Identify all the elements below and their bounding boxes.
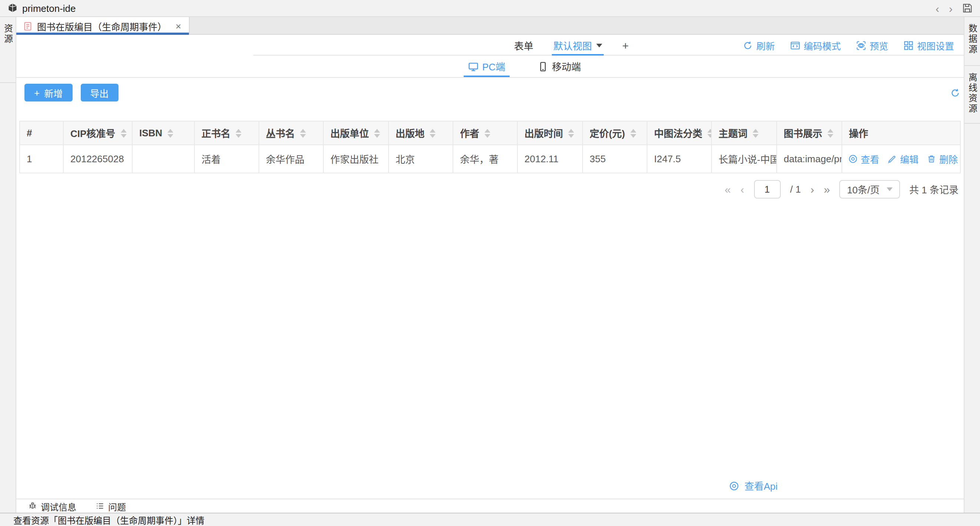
page-size-value: 10条/页 [847, 182, 880, 196]
table-header-row: # CIP核准号 ISBN 正书名 丛书名 出版单位 出版地 作者 出版时间 定… [20, 121, 960, 145]
editor-tab-bar: 图书在版编目（生命周期事件） × [16, 17, 964, 35]
column-label: 出版单位 [330, 126, 369, 140]
code-mode-button[interactable]: 编码模式 [791, 38, 841, 52]
app-logo-icon [7, 3, 18, 13]
page-input[interactable] [754, 180, 780, 199]
tab-mobile[interactable]: 移动端 [538, 56, 581, 77]
add-button[interactable]: + 新增 [24, 84, 72, 102]
edit-icon [888, 154, 897, 164]
view-api-label: 查看Api [745, 478, 778, 493]
sidebar-item-resources[interactable]: 资源 [0, 17, 16, 83]
tab-default-view[interactable]: 默认视图 [553, 35, 602, 56]
datasource-label: 数据源 [966, 24, 978, 65]
column-label: 作者 [460, 126, 479, 140]
column-header-isbn[interactable]: ISBN [132, 121, 194, 145]
table-cell: 作家出版社 [323, 145, 388, 173]
column-header-price[interactable]: 定价(元) [582, 121, 647, 145]
column-header-index: # [20, 121, 63, 145]
edit-link[interactable]: 编辑 [888, 152, 918, 166]
left-rail: 资源 [0, 17, 16, 513]
sort-carets-icon[interactable] [752, 129, 759, 137]
sort-carets-icon[interactable] [707, 129, 711, 137]
column-label: 正书名 [202, 126, 231, 140]
code-mode-icon [791, 40, 800, 50]
sort-carets-icon[interactable] [300, 129, 306, 137]
prev-page-icon[interactable]: ‹ [740, 184, 744, 195]
sort-carets-icon[interactable] [630, 129, 636, 137]
table-refresh-icon[interactable] [950, 88, 960, 97]
table-cell: 1 [20, 145, 63, 173]
forward-icon[interactable]: › [949, 3, 953, 14]
tab-pc[interactable]: PC端 [468, 56, 505, 77]
save-icon[interactable] [962, 3, 973, 13]
chevron-down-icon[interactable] [596, 43, 602, 47]
first-page-icon[interactable]: « [725, 184, 731, 195]
column-header-title[interactable]: 正书名 [194, 121, 259, 145]
column-header-image[interactable]: 图书展示 [777, 121, 842, 145]
plus-icon: + [34, 88, 40, 97]
resources-label: 资源 [2, 24, 14, 82]
editor-tab-title: 图书在版编目（生命周期事件） [37, 19, 167, 33]
table-row: 1 2012265028 活着 余华作品 作家出版社 北京 余华，著 2012.… [20, 145, 960, 173]
sort-carets-icon[interactable] [235, 129, 242, 137]
column-label: 主题词 [719, 126, 748, 140]
add-view-button[interactable]: + [622, 39, 629, 51]
view-link[interactable]: 查看 [848, 152, 879, 166]
delete-link[interactable]: 删除 [927, 152, 958, 166]
sort-carets-icon[interactable] [120, 129, 126, 137]
list-toolbar: + 新增 导出 [24, 84, 960, 102]
column-label: 出版时间 [525, 126, 563, 140]
sort-carets-icon[interactable] [484, 129, 490, 137]
add-button-label: 新增 [44, 86, 63, 100]
refresh-button[interactable]: 刷新 [743, 38, 775, 52]
problems-button[interactable]: 问题 [95, 500, 126, 512]
sort-carets-icon[interactable] [827, 129, 833, 137]
document-icon [23, 21, 33, 31]
column-header-actions: 操作 [842, 121, 960, 145]
page-size-select[interactable]: 10条/页 [840, 180, 900, 199]
row-actions-cell: 查看 编辑 删除 [842, 145, 960, 173]
column-header-publisher[interactable]: 出版单位 [323, 121, 388, 145]
column-header-series[interactable]: 丛书名 [259, 121, 323, 145]
column-label: ISBN [139, 128, 162, 139]
debug-info-button[interactable]: 调试信息 [28, 500, 76, 512]
column-header-clc[interactable]: 中图法分类 [647, 121, 711, 145]
page-indicator: / 1 [790, 184, 801, 195]
sidebar-item-datasource[interactable]: 数据源 [964, 17, 980, 66]
next-page-icon[interactable]: › [810, 184, 814, 195]
editor-tab[interactable]: 图书在版编目（生命周期事件） × [16, 17, 189, 35]
trash-icon [927, 154, 936, 164]
column-header-cip[interactable]: CIP核准号 [63, 121, 132, 145]
column-label: 定价(元) [590, 126, 625, 140]
app-window: primeton-ide ‹ › 资源 图书在版编目（生命周期事件） × [0, 0, 980, 526]
table-cell: 余华，著 [453, 145, 517, 173]
refresh-icon [743, 40, 752, 50]
view-link-label: 查看 [861, 152, 879, 166]
back-icon[interactable]: ‹ [935, 3, 939, 14]
last-page-icon[interactable]: » [824, 184, 830, 195]
api-row: 查看Api [19, 478, 961, 493]
table-cell: 北京 [388, 145, 453, 173]
main-area: 资源 图书在版编目（生命周期事件） × 表单 [0, 17, 980, 513]
table-cell: 活着 [194, 145, 259, 173]
edit-link-label: 编辑 [900, 152, 918, 166]
close-icon[interactable]: × [175, 21, 181, 31]
column-header-place[interactable]: 出版地 [388, 121, 453, 145]
column-header-subject[interactable]: 主题词 [711, 121, 777, 145]
sort-carets-icon[interactable] [568, 129, 574, 137]
column-header-author[interactable]: 作者 [453, 121, 517, 145]
sidebar-item-offline-resources[interactable]: 离线资源 [964, 66, 980, 124]
delete-link-label: 删除 [939, 152, 958, 166]
view-api-link[interactable]: 查看Api [729, 478, 778, 493]
sort-carets-icon[interactable] [167, 129, 173, 137]
export-button[interactable]: 导出 [80, 84, 118, 102]
tab-form[interactable]: 表单 [514, 35, 533, 56]
column-header-pubdate[interactable]: 出版时间 [517, 121, 582, 145]
view-settings-button[interactable]: 视图设置 [904, 38, 954, 52]
sort-carets-icon[interactable] [430, 129, 436, 137]
eye-icon [729, 480, 739, 491]
preview-button[interactable]: 预览 [856, 38, 888, 52]
column-label: 丛书名 [266, 126, 295, 140]
form-tab-label: 表单 [514, 38, 533, 52]
sort-carets-icon[interactable] [374, 129, 380, 137]
